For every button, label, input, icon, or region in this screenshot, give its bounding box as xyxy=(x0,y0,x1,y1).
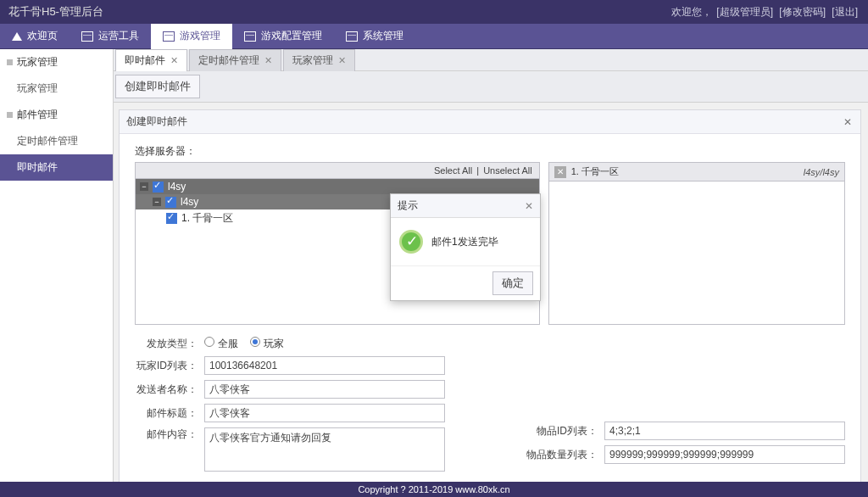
selected-server-path: l4sy/l4sy xyxy=(804,167,839,177)
panel-close-icon[interactable]: ✕ xyxy=(842,116,854,128)
alert-modal: 提示 ✕ 邮件1发送完毕 确定 xyxy=(390,193,541,301)
user-role-link[interactable]: [超级管理员] xyxy=(716,6,773,18)
close-icon[interactable]: ✕ xyxy=(170,55,178,66)
success-icon xyxy=(399,230,423,254)
select-all-link[interactable]: Select All xyxy=(434,165,472,176)
modal-ok-button[interactable]: 确定 xyxy=(492,271,533,295)
side-group-mail[interactable]: 邮件管理 xyxy=(0,102,113,128)
footer: Copyright ? 2011-2019 www.80xk.cn xyxy=(0,482,868,497)
panel-title: 创建即时邮件 xyxy=(126,114,187,129)
modal-title: 提示 xyxy=(398,198,418,213)
mail-title-input[interactable] xyxy=(204,404,445,422)
page-icon xyxy=(346,31,358,42)
nav-game-mgmt[interactable]: 游戏管理 xyxy=(151,24,232,49)
square-icon xyxy=(7,112,13,118)
nav-system-mgmt[interactable]: 系统管理 xyxy=(334,24,415,49)
side-group-player[interactable]: 玩家管理 xyxy=(0,49,113,75)
side-item-player-mgmt[interactable]: 玩家管理 xyxy=(0,75,113,102)
sub-tab-instant-mail[interactable]: 即时邮件✕ xyxy=(115,49,187,71)
sidebar: 玩家管理 玩家管理 邮件管理 定时邮件管理 即时邮件 xyxy=(0,49,114,482)
item-id-input[interactable] xyxy=(604,422,845,440)
app-title: 花千骨H5-管理后台 xyxy=(8,4,103,20)
radio-icon xyxy=(204,337,214,347)
radio-all-servers[interactable]: 全服 xyxy=(204,337,238,351)
item-qty-input[interactable] xyxy=(604,445,845,464)
welcome-text: 欢迎您， xyxy=(671,6,712,18)
checkbox-checked-icon[interactable] xyxy=(166,213,177,224)
dist-type-label: 发放类型： xyxy=(135,337,198,351)
page-icon xyxy=(244,31,256,42)
mail-content-input[interactable] xyxy=(204,427,445,472)
sub-tab-player-mgmt[interactable]: 玩家管理✕ xyxy=(283,49,355,71)
nav-welcome[interactable]: 欢迎页 xyxy=(0,24,70,49)
unselect-all-link[interactable]: Unselect All xyxy=(483,165,531,176)
page-icon xyxy=(81,31,93,42)
tree-node-l4sy-1[interactable]: −l4sy xyxy=(136,179,539,194)
modal-message: 邮件1发送完毕 xyxy=(431,235,498,249)
side-item-instant-mail[interactable]: 即时邮件 xyxy=(0,154,113,181)
nav-game-config[interactable]: 游戏配置管理 xyxy=(232,24,334,49)
mail-content-label: 邮件内容： xyxy=(135,427,198,442)
checkbox-checked-icon[interactable] xyxy=(153,181,164,193)
sub-tabs: 即时邮件✕ 定时邮件管理✕ 玩家管理✕ xyxy=(114,49,868,71)
radio-checked-icon xyxy=(250,337,260,347)
select-server-label: 选择服务器： xyxy=(135,144,845,159)
radio-player[interactable]: 玩家 xyxy=(250,337,284,351)
sender-input[interactable] xyxy=(204,380,445,399)
mail-title-label: 邮件标题： xyxy=(135,406,198,421)
sender-label: 发送者名称： xyxy=(135,383,198,397)
collapse-icon[interactable]: − xyxy=(140,182,148,191)
player-id-label: 玩家ID列表： xyxy=(135,359,198,373)
logout-link[interactable]: [退出] xyxy=(832,6,858,18)
close-icon[interactable]: ✕ xyxy=(264,55,272,66)
nav-ops-tools[interactable]: 运营工具 xyxy=(70,24,151,49)
remove-selected-icon[interactable]: ✕ xyxy=(554,166,566,178)
checkbox-checked-icon[interactable] xyxy=(165,197,176,208)
item-id-label: 物品ID列表： xyxy=(525,424,598,438)
modal-close-icon[interactable]: ✕ xyxy=(525,200,533,212)
sub-tab-timed-mail[interactable]: 定时邮件管理✕ xyxy=(189,49,281,71)
create-mail-panel: 创建即时邮件 ✕ 选择服务器： Select All | Unselect Al… xyxy=(119,109,861,497)
square-icon xyxy=(7,59,13,65)
player-id-input[interactable] xyxy=(204,356,445,375)
header-user-block: 欢迎您， [超级管理员] [修改密码] [退出] xyxy=(671,5,860,20)
side-item-timed-mail[interactable]: 定时邮件管理 xyxy=(0,128,113,154)
collapse-icon[interactable]: − xyxy=(153,198,161,206)
home-icon xyxy=(12,32,22,41)
create-instant-mail-button[interactable]: 创建即时邮件 xyxy=(115,75,200,98)
close-icon[interactable]: ✕ xyxy=(338,55,346,66)
selected-server-label: 1. 千骨一区 xyxy=(571,165,619,178)
change-password-link[interactable]: [修改密码] xyxy=(779,6,826,18)
page-icon xyxy=(163,31,175,42)
selected-server-panel: ✕ 1. 千骨一区 l4sy/l4sy xyxy=(548,162,845,325)
main-nav: 欢迎页 运营工具 游戏管理 游戏配置管理 系统管理 xyxy=(0,24,868,49)
item-qty-label: 物品数量列表： xyxy=(525,448,598,462)
